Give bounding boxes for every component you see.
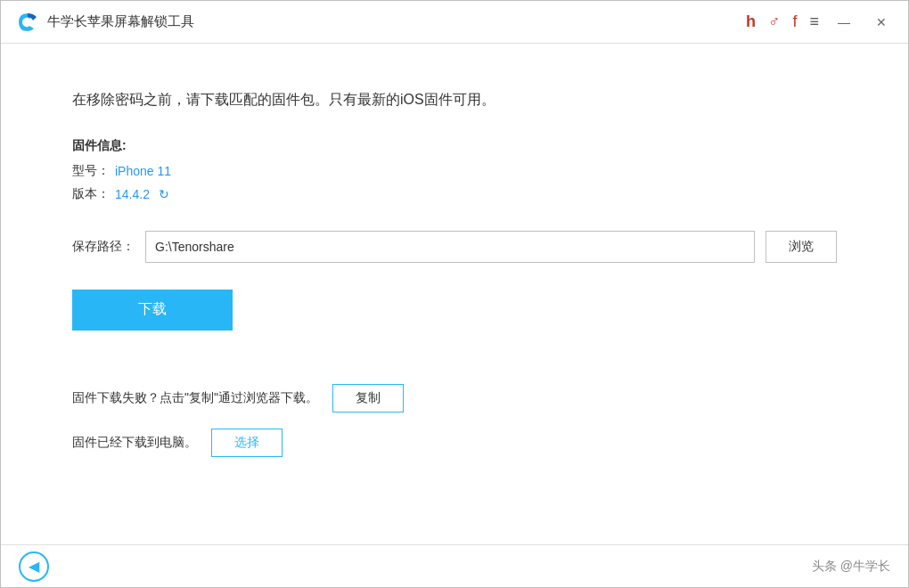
version-label: 版本： xyxy=(72,186,110,202)
model-label: 型号： xyxy=(72,163,110,179)
download-button[interactable]: 下载 xyxy=(72,290,233,331)
copy-button[interactable]: 复制 xyxy=(332,384,404,412)
back-icon: ◀ xyxy=(29,558,39,575)
save-path-row: 保存路径： 浏览 xyxy=(72,231,837,263)
save-path-input[interactable] xyxy=(145,231,755,263)
fail-download-row: 固件下载失败？点击"复制"通过浏览器下载。 复制 xyxy=(72,384,837,412)
firmware-section-title: 固件信息: xyxy=(72,138,837,154)
main-window: 牛学长苹果屏幕解锁工具 h ♂ f ≡ — ✕ 在移除密码之前，请下载匹配的固件… xyxy=(0,0,909,588)
app-title: 牛学长苹果屏幕解锁工具 xyxy=(47,13,194,30)
model-row: 型号： iPhone 11 xyxy=(72,163,837,179)
main-content: 在移除密码之前，请下载匹配的固件包。只有最新的iOS固件可用。 固件信息: 型号… xyxy=(1,44,908,544)
fail-download-text: 固件下载失败？点击"复制"通过浏览器下载。 xyxy=(72,390,318,406)
icon3[interactable]: f xyxy=(792,12,797,31)
select-button[interactable]: 选择 xyxy=(211,429,283,457)
description-text: 在移除密码之前，请下载匹配的固件包。只有最新的iOS固件可用。 xyxy=(72,88,837,111)
logo-area: 牛学长苹果屏幕解锁工具 xyxy=(15,10,194,35)
titlebar-actions: h ♂ f ≡ — ✕ xyxy=(746,10,894,35)
refresh-icon[interactable]: ↻ xyxy=(159,187,169,201)
model-value: iPhone 11 xyxy=(115,164,171,178)
version-row: 版本： 14.4.2 ↻ xyxy=(72,186,837,202)
footer-watermark: 头条 @牛学长 xyxy=(812,559,890,575)
save-path-label: 保存路径： xyxy=(72,239,135,255)
back-button[interactable]: ◀ xyxy=(19,551,49,582)
menu-icon[interactable]: ≡ xyxy=(809,12,819,31)
already-downloaded-text: 固件已经下载到电脑。 xyxy=(72,435,197,451)
minimize-button[interactable]: — xyxy=(831,10,856,35)
icon2[interactable]: ♂ xyxy=(768,12,781,31)
titlebar: 牛学长苹果屏幕解锁工具 h ♂ f ≡ — ✕ xyxy=(1,1,908,44)
icon1[interactable]: h xyxy=(746,12,756,31)
browse-button[interactable]: 浏览 xyxy=(766,231,837,263)
firmware-info: 固件信息: 型号： iPhone 11 版本： 14.4.2 ↻ xyxy=(72,138,837,209)
footer: ◀ 头条 @牛学长 xyxy=(1,544,908,587)
app-logo-icon xyxy=(15,10,40,35)
close-button[interactable]: ✕ xyxy=(869,10,894,35)
bottom-links: 固件下载失败？点击"复制"通过浏览器下载。 复制 固件已经下载到电脑。 选择 xyxy=(72,384,837,457)
version-value: 14.4.2 xyxy=(115,187,150,201)
already-downloaded-row: 固件已经下载到电脑。 选择 xyxy=(72,429,837,457)
